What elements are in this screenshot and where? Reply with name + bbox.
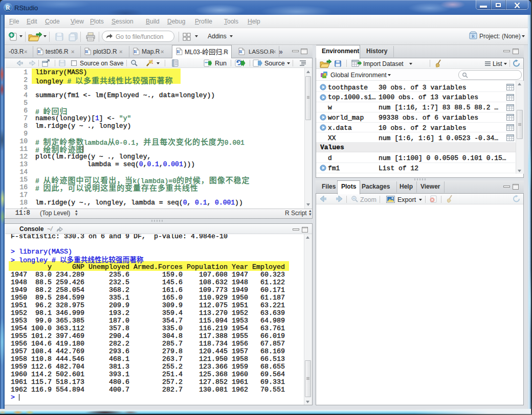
svg-text:R: R: [85, 49, 88, 54]
svg-text:R: R: [472, 34, 475, 39]
svg-text:R: R: [37, 49, 41, 54]
svg-text:R: R: [134, 49, 137, 54]
svg-text:R: R: [239, 49, 242, 54]
svg-text:R: R: [176, 49, 180, 54]
